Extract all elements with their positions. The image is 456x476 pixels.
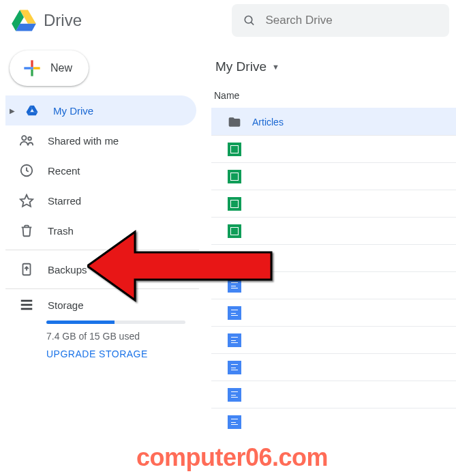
sidebar-item-storage[interactable]: Storage [5, 293, 199, 312]
folder-icon [228, 115, 241, 129]
file-row[interactable] [211, 190, 456, 217]
sheets-icon [228, 224, 241, 238]
file-name: Articles [252, 117, 284, 128]
app-header: Drive [0, 0, 456, 41]
breadcrumb: My Drive ▼ [211, 48, 456, 86]
file-list: Articles [211, 108, 456, 435]
drawing-icon [228, 252, 241, 265]
clock-icon [19, 163, 34, 178]
sidebar-item-label: Shared with me [48, 135, 119, 147]
sheets-icon [228, 170, 241, 183]
svg-rect-7 [24, 67, 31, 69]
svg-rect-19 [21, 304, 33, 306]
docs-icon [228, 333, 241, 347]
sheets-icon [228, 143, 241, 156]
docs-icon [228, 388, 241, 402]
search-icon [243, 13, 256, 28]
file-row[interactable]: Articles [211, 108, 456, 135]
sidebar-item-label: Recent [48, 165, 80, 177]
storage-usage-text: 7.4 GB of 15 GB used [46, 331, 199, 342]
watermark: computer06.com [136, 443, 328, 472]
main-content: My Drive ▼ Name Articles [204, 41, 456, 435]
svg-marker-16 [20, 195, 33, 207]
file-row[interactable] [211, 326, 456, 353]
chevron-down-icon: ▼ [272, 63, 279, 71]
svg-rect-5 [31, 60, 33, 67]
star-icon [19, 193, 34, 208]
breadcrumb-my-drive[interactable]: My Drive ▼ [211, 57, 284, 77]
sidebar-item-label: Starred [48, 195, 81, 207]
file-row[interactable] [211, 353, 456, 381]
storage-icon [19, 297, 34, 312]
separator [5, 288, 199, 289]
file-row[interactable] [211, 299, 456, 326]
docs-icon [228, 279, 241, 293]
svg-rect-6 [31, 70, 33, 76]
trash-icon [19, 223, 34, 238]
sheets-icon [228, 197, 241, 211]
search-input[interactable] [265, 14, 438, 27]
people-icon [19, 133, 34, 148]
logo-area[interactable]: Drive [7, 8, 232, 33]
svg-rect-20 [21, 308, 33, 310]
sidebar-item-starred[interactable]: Starred [5, 185, 196, 215]
sidebar-item-label: Backups [48, 264, 87, 276]
file-row[interactable] [211, 162, 456, 190]
storage-label: Storage [48, 299, 84, 311]
upgrade-storage-link[interactable]: UPGRADE STORAGE [46, 348, 199, 359]
docs-icon [228, 306, 241, 320]
file-row[interactable] [211, 217, 456, 244]
sidebar-item-trash[interactable]: Trash [5, 215, 196, 246]
drive-logo-icon [11, 8, 37, 33]
svg-point-14 [28, 137, 31, 140]
column-header-name[interactable]: Name [211, 86, 456, 108]
expand-icon[interactable]: ▶ [10, 107, 15, 115]
backup-icon [19, 262, 34, 277]
sidebar-item-shared[interactable]: Shared with me [5, 125, 196, 155]
search-bar[interactable] [232, 4, 449, 37]
svg-rect-18 [21, 300, 33, 302]
file-row[interactable] [211, 408, 456, 435]
svg-rect-8 [33, 67, 40, 69]
svg-point-3 [245, 16, 252, 24]
breadcrumb-label: My Drive [215, 59, 267, 74]
sidebar-item-label: Trash [48, 225, 74, 237]
storage-bar [46, 321, 185, 324]
sidebar-item-recent[interactable]: Recent [5, 155, 196, 185]
docs-icon [228, 415, 241, 429]
sidebar-item-label: My Drive [53, 105, 93, 117]
sidebar-item-backups[interactable]: Backups [5, 254, 196, 284]
docs-icon [228, 361, 241, 374]
plus-icon [22, 58, 42, 78]
new-button-label: New [50, 62, 72, 74]
layout: New ▶ My Drive Shared with me Recent [0, 41, 456, 435]
svg-point-13 [22, 136, 26, 140]
svg-line-4 [251, 23, 254, 25]
drive-icon [25, 104, 40, 117]
separator [5, 250, 199, 250]
sidebar-item-my-drive[interactable]: ▶ My Drive [5, 95, 196, 125]
file-row[interactable] [211, 381, 456, 408]
sidebar: New ▶ My Drive Shared with me Recent [0, 41, 204, 435]
svg-rect-9 [31, 67, 33, 69]
file-row[interactable] [211, 135, 456, 162]
file-row[interactable] [211, 244, 456, 271]
new-button[interactable]: New [10, 50, 89, 86]
app-title: Drive [44, 11, 82, 30]
file-row[interactable] [211, 271, 456, 299]
